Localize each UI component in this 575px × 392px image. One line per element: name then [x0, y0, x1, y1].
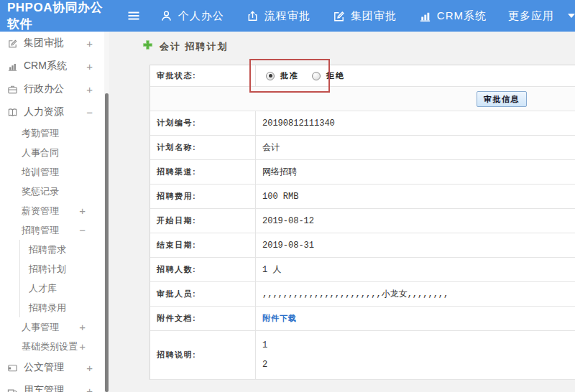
expand-icon: +: [79, 321, 86, 333]
plus-icon: [142, 39, 153, 53]
table-row: 附件文档: 附件下载: [150, 307, 575, 331]
radio-approve-label: 批准: [280, 70, 299, 81]
approval-info-button[interactable]: 审批信息: [477, 91, 527, 107]
sidebar-item-attendance-mgmt[interactable]: 考勤管理: [0, 123, 104, 143]
sidebar-item-salary-mgmt[interactable]: 薪资管理 +: [0, 201, 104, 220]
field-label: 审批状态:: [150, 65, 256, 86]
sidebar-item-human-resources[interactable]: 人力资源 −: [0, 101, 104, 123]
sidebar-item-label: 招聘需求: [29, 243, 66, 256]
table-row: 结束日期: 2019-08-31: [150, 233, 575, 258]
sidebar-item-reward-punishment[interactable]: 奖惩记录: [0, 182, 104, 201]
sidebar-item-label: 行政办公: [24, 83, 64, 95]
expand-icon: +: [86, 60, 93, 73]
briefcase-icon: [7, 84, 18, 95]
table-row: 开始日期: 2019-08-12: [150, 209, 575, 233]
sidebar-item-talent-pool[interactable]: 人才库: [0, 279, 104, 298]
sidebar-item-vehicle-mgmt[interactable]: 用车管理 +: [0, 379, 104, 392]
expand-icon: +: [86, 362, 93, 374]
top-navbar: PHPOA协同办公软件 个人办公 流程审批 集团审批 CRM系统: [0, 0, 575, 32]
field-value: ,,,,,,,,,,,,,,,,,,,,,,,小龙女,,,,,,,,: [256, 282, 575, 306]
bar-chart-icon: [418, 9, 432, 23]
app-logo[interactable]: PHPOA协同办公软件: [7, 0, 115, 32]
sidebar-scrollbar-thumb[interactable]: [105, 93, 109, 392]
edit-icon: [332, 9, 346, 23]
person-icon: [160, 9, 173, 23]
radio-approve[interactable]: [266, 72, 275, 80]
sidebar-item-crm-system[interactable]: CRM系统 +: [0, 55, 104, 78]
expand-icon: +: [86, 37, 93, 50]
nav-more-apps[interactable]: 更多应用: [508, 9, 575, 23]
nav-label: 更多应用: [508, 9, 554, 23]
caret-down-icon: [568, 14, 575, 18]
sidebar-item-document-mgmt[interactable]: 公文管理 +: [0, 356, 104, 379]
bar-chart-icon: [7, 61, 18, 72]
radio-reject[interactable]: [312, 72, 321, 80]
page-title: 会计 招聘计划: [142, 39, 229, 53]
sidebar-item-label: 奖惩记录: [22, 185, 59, 198]
table-row: 计划编号: 20190812111340: [150, 111, 575, 136]
sidebar-item-recruitment-hiring[interactable]: 招聘录用: [0, 298, 104, 317]
sidebar-item-recruitment-mgmt[interactable]: 招聘管理 −: [0, 220, 104, 240]
sidebar-item-label: 招聘录用: [29, 302, 66, 314]
attachment-download-link[interactable]: 附件下载: [262, 313, 297, 324]
edit-icon: [7, 38, 18, 49]
nav-workflow-approval[interactable]: 流程审批: [246, 9, 310, 23]
table-row: 招聘费用: 100 RMB: [150, 185, 575, 209]
sidebar-item-recruitment-plan[interactable]: 招聘计划: [0, 259, 104, 279]
nav-label: 个人办公: [178, 9, 224, 23]
field-label: 开始日期:: [150, 209, 256, 233]
field-value: 1 人: [256, 258, 575, 281]
sidebar-item-label: 基础类别设置: [22, 340, 78, 353]
sidebar: 集团审批 + CRM系统 + 行政办公 + 人力资源 − 考勤管理 人事合同 培…: [0, 32, 104, 392]
nav-group-approval[interactable]: 集团审批: [332, 9, 397, 23]
sidebar-item-admin-office[interactable]: 行政办公 +: [0, 78, 104, 101]
page-title-text: 会计 招聘计划: [160, 40, 229, 53]
sidebar-item-label: 招聘计划: [29, 263, 66, 276]
field-label: 计划编号:: [150, 111, 256, 135]
sidebar-item-base-category-settings[interactable]: 基础类别设置 +: [0, 337, 104, 356]
nav-personal-office[interactable]: 个人办公: [160, 9, 224, 23]
top-nav: 个人办公 流程审批 集团审批 CRM系统 更多应用: [160, 9, 575, 23]
workflow-icon: [246, 9, 259, 23]
sidebar-item-training-mgmt[interactable]: 培训管理: [0, 162, 104, 182]
field-value: 100 RMB: [256, 185, 575, 208]
nav-label: 流程审批: [264, 9, 310, 23]
field-label: 招聘人数:: [150, 258, 256, 281]
car-icon: [7, 386, 18, 392]
field-value: 会计: [256, 136, 575, 159]
approval-button-row: 审批信息: [150, 87, 575, 111]
sidebar-item-label: CRM系统: [24, 60, 67, 73]
field-label: 计划名称:: [150, 136, 256, 159]
main-content: 会计 招聘计划 审批状态: 批准 拒绝 审批信息 计划编号: 201908121…: [109, 32, 575, 392]
expand-icon: +: [79, 340, 86, 353]
book-icon: [7, 107, 18, 118]
sidebar-item-label: 人力资源: [24, 106, 64, 118]
sidebar-item-group-approval[interactable]: 集团审批 +: [0, 32, 104, 55]
recruitment-plan-form: 审批状态: 批准 拒绝 审批信息 计划编号: 20190812111340 计划…: [150, 65, 575, 380]
field-label: 附件文档:: [150, 307, 256, 330]
radio-reject-label: 拒绝: [326, 70, 345, 81]
table-row: 招聘人数: 1 人: [150, 258, 575, 282]
sidebar-item-hr-contracts[interactable]: 人事合同: [0, 143, 104, 162]
menu-toggle-icon[interactable]: [126, 9, 141, 23]
approval-options: 批准 拒绝: [256, 65, 575, 86]
expand-icon: +: [86, 385, 93, 392]
field-label: 招聘说明:: [150, 331, 256, 379]
sidebar-item-label: 招聘管理: [22, 224, 59, 237]
sidebar-item-recruitment-demand[interactable]: 招聘需求: [0, 240, 104, 259]
sidebar-item-label: 集团审批: [24, 37, 64, 50]
sidebar-item-label: 人才库: [29, 282, 57, 295]
field-label: 审批人员:: [150, 282, 256, 306]
sidebar-item-label: 薪资管理: [22, 205, 59, 218]
collapse-icon: −: [86, 106, 93, 118]
field-label: 结束日期:: [150, 233, 256, 257]
field-label: 招聘费用:: [150, 185, 256, 208]
nav-crm-system[interactable]: CRM系统: [418, 9, 487, 23]
expand-icon: +: [79, 205, 86, 217]
field-value: 20190812111340: [256, 111, 575, 135]
nav-label: CRM系统: [437, 9, 487, 23]
sidebar-item-personnel-mgmt[interactable]: 人事管理 +: [0, 317, 104, 337]
document-icon: [7, 363, 18, 373]
sidebar-item-label: 用车管理: [24, 384, 64, 392]
field-value: 网络招聘: [256, 160, 575, 184]
